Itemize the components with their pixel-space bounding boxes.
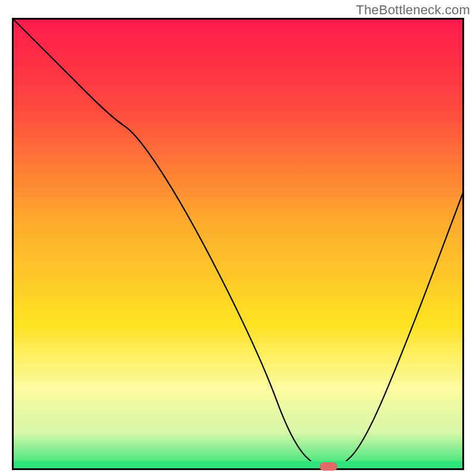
plot-svg bbox=[12, 18, 464, 470]
plot-area bbox=[12, 18, 464, 470]
chart-canvas: TheBottleneck.com bbox=[0, 0, 476, 476]
optimum-strip bbox=[14, 461, 462, 468]
watermark-text: TheBottleneck.com bbox=[356, 2, 470, 18]
optimum-marker bbox=[320, 462, 337, 471]
